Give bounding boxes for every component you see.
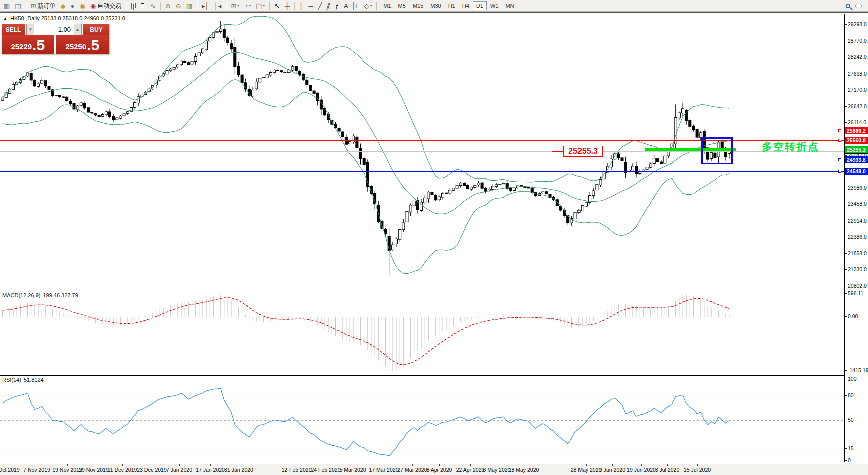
timeframe-w1[interactable]: W1	[487, 1, 502, 10]
price-tick-tick	[845, 237, 847, 237]
buy-price-fraction: .5	[87, 38, 99, 53]
price-tick-tick	[845, 188, 847, 188]
date-tick	[439, 464, 440, 466]
arrows-icon[interactable]: ◇▾	[362, 1, 375, 11]
price-chart-pane[interactable]: ▲ HK50-,Daily 25133.0 25318.0 24960.0 25…	[0, 14, 844, 290]
buy-button[interactable]: BUY	[83, 24, 109, 35]
fibonacci-icon[interactable]: ƒ	[333, 1, 341, 11]
toolbar: ▦◫⊞新订单◆●◉◉自动交易∿⊕⊖▦▸││◂⊞▾◔▾▤▾↖┼│─╱∥ƒAT◇▾ …	[0, 0, 868, 12]
profiles-icon[interactable]: ◫	[12, 1, 23, 11]
date-tick	[179, 464, 180, 466]
macd-values: 199.46 327.79	[43, 292, 78, 298]
buy-price[interactable]: 25250 .5	[56, 35, 109, 54]
trendline-icon: ╱	[318, 3, 322, 9]
navigator-icon[interactable]: ●	[68, 1, 77, 11]
pane-separator[interactable]	[0, 290, 868, 290]
zoom-in-icon[interactable]: ⊕	[163, 1, 173, 11]
volume-up-button[interactable]: ▲	[74, 24, 81, 35]
pane-separator	[0, 375, 868, 376]
timeframe-m15[interactable]: M15	[409, 1, 427, 10]
bar-chart-icon	[131, 3, 132, 9]
chat-icon[interactable]	[855, 4, 862, 8]
timeframe-h4[interactable]: H4	[459, 1, 473, 10]
autotrade-icon: ◉	[90, 3, 96, 9]
chevron-down-icon: ▾	[249, 4, 251, 8]
price-tick: 26642.0	[848, 103, 867, 109]
rsi-pane[interactable]: RSI(14)51.8124	[0, 376, 844, 462]
mt4-terminal: ▦◫⊞新订单◆●◉◉自动交易∿⊕⊖▦▸││◂⊞▾◔▾▤▾↖┼│─╱∥ƒAT◇▾ …	[0, 0, 868, 475]
toolbar-separator	[269, 2, 270, 10]
timeframe-h1[interactable]: H1	[445, 1, 459, 10]
price-tick: 29298.0	[848, 21, 867, 27]
rectangle-annotation[interactable]	[701, 137, 733, 164]
autotrade-icon[interactable]: ◉自动交易	[88, 1, 124, 11]
price-tick-tick	[845, 24, 847, 25]
templates-icon[interactable]: ▤▾	[253, 1, 267, 11]
volume-down-button[interactable]: ▼	[27, 24, 34, 35]
channel-icon[interactable]: ∥	[324, 1, 333, 11]
chart-shift-icon[interactable]: │◂	[212, 1, 224, 11]
candlestick-chart-icon[interactable]	[137, 1, 148, 11]
search-icon[interactable]	[846, 4, 850, 8]
vertical-line-icon[interactable]: │	[297, 1, 306, 11]
line-handle[interactable]	[838, 158, 841, 161]
cursor-icon[interactable]: ↖	[272, 1, 282, 11]
symbol-marker-icon: ▲	[3, 16, 7, 21]
pane-separator[interactable]	[0, 374, 868, 374]
sell-price-fraction: .5	[32, 38, 45, 53]
one-click-trading-panel: SELL ▼ 1.00 ▲ BUY 25229 .5 25250	[2, 24, 109, 54]
volume-input[interactable]: 1.00	[34, 24, 74, 35]
price-callout[interactable]: 25255.3	[563, 146, 603, 157]
price-tick-tick	[845, 106, 847, 107]
periods-icon[interactable]: ◔▾	[242, 1, 253, 11]
timeframe-d1[interactable]: D1	[473, 1, 487, 10]
symbol-period: HK50-,Daily	[10, 15, 40, 21]
new-order-icon[interactable]: ⊞新订单	[28, 1, 58, 11]
crosshair-icon[interactable]: ┼	[282, 1, 292, 11]
sell-button[interactable]: SELL	[2, 24, 25, 35]
indicators-icon[interactable]: ⊞▾	[228, 1, 241, 11]
price-tick: 21858.0	[848, 250, 867, 256]
horizontal-line[interactable]	[0, 131, 844, 131]
ohlc-high: 25318.0	[63, 15, 83, 21]
price-tick: 27698.0	[848, 71, 867, 77]
auto-scroll-icon[interactable]: ▸│	[199, 1, 212, 11]
rsi-tick: 0	[848, 457, 851, 463]
tile-windows-icon[interactable]: ▦	[184, 1, 195, 11]
market-watch-icon[interactable]: ◆	[58, 1, 68, 11]
signals-icon[interactable]: ◉	[77, 1, 87, 11]
price-tick: 22386.0	[848, 234, 867, 240]
date-label: 31 Jan 2020	[216, 467, 261, 473]
timeframe-m5[interactable]: M5	[395, 1, 409, 10]
label-icon[interactable]: T	[351, 1, 362, 11]
price-tick-tick	[845, 90, 847, 90]
line-handle[interactable]	[838, 170, 841, 173]
trendline-icon[interactable]: ╱	[315, 1, 324, 11]
date-tick	[470, 464, 471, 466]
new-order-icon-label: 新订单	[38, 2, 56, 10]
chevron-down-icon: ▾	[237, 4, 239, 8]
chart-shift-icon: │◂	[214, 3, 222, 9]
timeframe-m1[interactable]: M1	[380, 1, 394, 10]
text-icon[interactable]: A	[341, 1, 351, 11]
date-tick	[210, 464, 211, 466]
price-tick-tick	[845, 286, 847, 286]
indicators-icon: ⊞	[231, 3, 236, 9]
price-label: 24548.0	[845, 168, 868, 175]
sell-price[interactable]: 25229 .5	[2, 35, 54, 54]
new-chart-icon[interactable]: ▦	[1, 1, 12, 11]
toolbar-separator	[126, 2, 126, 10]
timeframe-mn[interactable]: MN	[502, 1, 517, 10]
timeframe-m30[interactable]: M30	[427, 1, 444, 10]
zoom-out-icon[interactable]: ⊖	[173, 1, 184, 11]
sell-price-main: 25229	[11, 41, 32, 53]
bar-chart-icon[interactable]	[128, 1, 137, 11]
horizontal-line[interactable]	[0, 171, 844, 172]
line-handle[interactable]	[838, 139, 841, 142]
macd-tick-tick	[845, 316, 847, 317]
macd-pane[interactable]: MACD(12,26,9)199.46 327.79	[0, 291, 844, 374]
line-handle[interactable]	[838, 129, 841, 132]
text-annotation[interactable]: 多空转折点	[762, 140, 819, 154]
horizontal-line-icon[interactable]: ─	[306, 1, 315, 11]
line-chart-icon[interactable]: ∿	[148, 1, 158, 11]
